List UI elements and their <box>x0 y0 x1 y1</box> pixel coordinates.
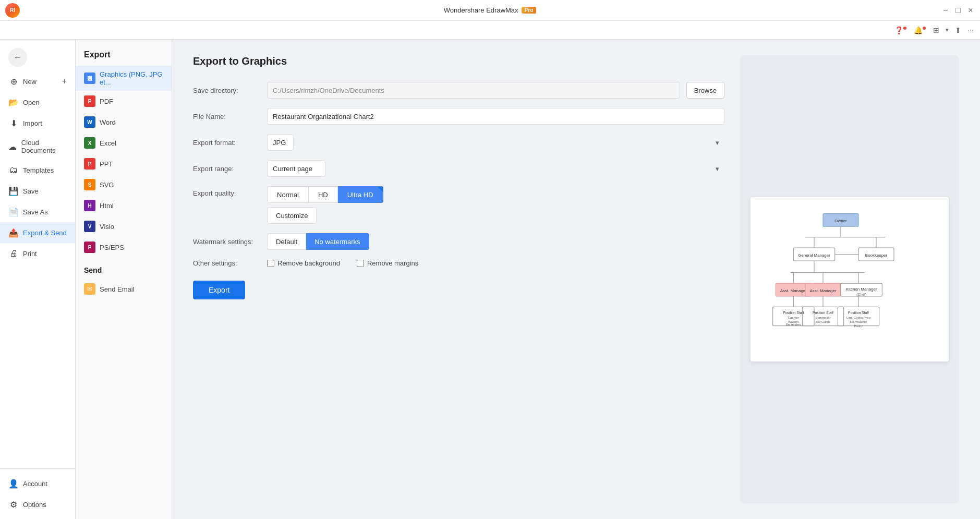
format-item-ps[interactable]: P PS/EPS <box>76 237 172 258</box>
remove-background-checkbox[interactable] <box>267 260 274 267</box>
watermark-none-button[interactable]: No watermarks <box>306 233 369 250</box>
nav-bottom: 👤 Account ⚙ Options <box>0 468 75 515</box>
save-directory-input[interactable] <box>267 82 680 99</box>
format-item-html[interactable]: H Html <box>76 195 172 216</box>
quality-ultrahd-button[interactable]: Ultra HD <box>338 186 383 203</box>
preview-card: Owner General Manager Bookkeeper <box>751 197 949 361</box>
format-label-visio: Visio <box>100 223 114 231</box>
export-format-wrapper: JPG PNG GIF BMP SVG <box>267 134 724 151</box>
svg-text:Cashier: Cashier <box>788 316 799 319</box>
sidebar-item-import[interactable]: ⬇ Import <box>0 113 75 134</box>
format-item-word[interactable]: W Word <box>76 112 172 132</box>
excel-icon: X <box>84 137 95 149</box>
watermark-default-button[interactable]: Default <box>267 233 306 250</box>
format-item-svg[interactable]: S SVG <box>76 174 172 195</box>
close-button[interactable]: × <box>966 6 975 15</box>
other-settings-row: Other settings: Remove background Remove… <box>193 259 724 267</box>
sidebar-item-new-label: New <box>23 78 37 86</box>
export-range-select[interactable]: Current page All pages Selected pages <box>267 160 325 177</box>
share-icon[interactable]: ⬆ <box>955 26 961 34</box>
format-item-pdf[interactable]: P PDF <box>76 91 172 112</box>
format-item-graphics[interactable]: 🖼 Graphics (PNG, JPG et... <box>76 66 172 91</box>
help-icon[interactable]: ❓ <box>894 26 908 34</box>
remove-background-checkbox-label[interactable]: Remove background <box>267 259 340 267</box>
sidebar-item-export[interactable]: 📤 Export & Send <box>0 222 75 243</box>
preview-panel: Owner General Manager Bookkeeper <box>740 55 959 503</box>
toolbar: ❓ 🔔 ⊞ ▾ ⬆ ··· <box>0 21 980 40</box>
watermark-buttons: Default No watermarks <box>267 233 369 250</box>
save-icon: 💾 <box>8 186 19 196</box>
svg-text:Owner: Owner <box>834 219 847 223</box>
format-item-excel[interactable]: X Excel <box>76 132 172 153</box>
other-settings-label: Other settings: <box>193 259 261 267</box>
sidebar-item-export-label: Export & Send <box>23 229 67 237</box>
titlebar-left: RI <box>5 0 20 20</box>
file-name-row: File Name: <box>193 108 724 125</box>
titlebar: RI Wondershare EdrawMax Pro − □ × <box>0 0 980 21</box>
grid-icon[interactable]: ⊞ <box>933 26 939 34</box>
browse-button[interactable]: Browse <box>686 82 724 99</box>
notification-icon[interactable]: 🔔 <box>914 26 927 34</box>
new-icon: ⊕ <box>8 76 19 87</box>
sidebar-item-account[interactable]: 👤 Account <box>0 473 75 494</box>
remove-background-label: Remove background <box>277 259 340 267</box>
sidebar-item-cloud[interactable]: ☁ Cloud Documents <box>0 134 75 160</box>
sidebar-item-options[interactable]: ⚙ Options <box>0 494 75 515</box>
titlebar-title: Wondershare EdrawMax Pro <box>444 6 537 14</box>
sidebar-item-save[interactable]: 💾 Save <box>0 180 75 201</box>
svg-icon: S <box>84 179 95 190</box>
svg-text:(Chef): (Chef) <box>856 293 866 297</box>
remove-margins-checkbox-label[interactable]: Remove margins <box>357 259 418 267</box>
svg-text:Pantry: Pantry <box>854 324 863 328</box>
remove-margins-checkbox[interactable] <box>357 260 364 267</box>
email-icon: ✉ <box>84 283 95 295</box>
format-label-svg: SVG <box>100 181 114 189</box>
ppt-icon: P <box>84 158 95 170</box>
sidebar-item-saveas[interactable]: 📄 Save As <box>0 201 75 222</box>
export-form: Export to Graphics Save directory: Brows… <box>193 55 724 503</box>
format-item-visio[interactable]: V Visio <box>76 216 172 237</box>
app-title: Wondershare EdrawMax <box>444 6 518 14</box>
format-item-ppt[interactable]: P PPT <box>76 153 172 174</box>
sidebar-item-cloud-label: Cloud Documents <box>21 139 67 154</box>
more-icon[interactable]: ··· <box>967 26 974 34</box>
nav-sidebar: ← ⊕ New + 📂 Open ⬇ Import ☁ Cloud Docume… <box>0 40 76 519</box>
sidebar-item-new[interactable]: ⊕ New + <box>0 71 75 92</box>
export-format-row: Export format: JPG PNG GIF BMP SVG <box>193 134 724 151</box>
format-label-excel: Excel <box>100 139 116 147</box>
word-icon: W <box>84 116 95 128</box>
ps-icon: P <box>84 242 95 253</box>
file-name-input[interactable] <box>267 108 724 125</box>
quality-normal-button[interactable]: Normal <box>267 186 309 203</box>
sidebar-item-save-label: Save <box>23 187 39 195</box>
user-avatar: RI <box>5 3 20 18</box>
sidebar-item-print[interactable]: 🖨 Print <box>0 243 75 264</box>
format-label-graphics: Graphics (PNG, JPG et... <box>100 70 163 86</box>
export-button[interactable]: Export <box>193 281 245 299</box>
open-icon: 📂 <box>8 97 19 107</box>
sidebar-item-templates-label: Templates <box>23 166 54 174</box>
svg-text:Dishwasher: Dishwasher <box>850 320 867 323</box>
account-icon: 👤 <box>8 478 19 489</box>
sidebar-item-open-label: Open <box>23 99 40 106</box>
svg-text:Asst. Manager: Asst. Manager <box>780 288 807 293</box>
sidebar-item-open[interactable]: 📂 Open <box>0 92 75 113</box>
save-directory-row: Save directory: Browse <box>193 82 724 99</box>
customize-button[interactable]: Customize <box>267 207 317 224</box>
back-button[interactable]: ← <box>8 48 27 67</box>
remove-margins-label: Remove margins <box>367 259 418 267</box>
format-label-word: Word <box>100 118 116 126</box>
export-title: Export to Graphics <box>193 55 724 67</box>
sidebar-item-templates[interactable]: 🗂 Templates <box>0 160 75 180</box>
templates-icon: 🗂 <box>8 165 19 175</box>
minimize-button[interactable]: − <box>941 6 950 15</box>
send-email-item[interactable]: ✉ Send Email <box>76 279 172 299</box>
export-format-select[interactable]: JPG PNG GIF BMP SVG <box>267 134 294 151</box>
restore-button[interactable]: □ <box>954 6 962 15</box>
save-directory-label: Save directory: <box>193 87 261 94</box>
export-format-label: Export format: <box>193 139 261 147</box>
quality-hd-button[interactable]: HD <box>309 186 338 203</box>
file-name-label: File Name: <box>193 113 261 120</box>
svg-text:Bar tenders: Bar tenders <box>786 323 801 326</box>
svg-text:Position Staff: Position Staff <box>813 311 833 315</box>
